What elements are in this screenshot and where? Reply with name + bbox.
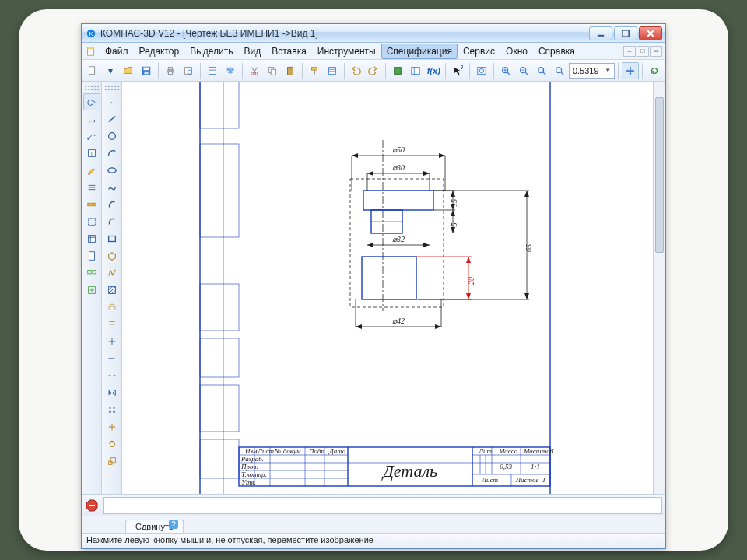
polygon-tool[interactable]: [103, 247, 121, 264]
maximize-button[interactable]: [614, 26, 637, 40]
toolbox-grip[interactable]: [85, 86, 99, 90]
svg-rect-104: [200, 439, 239, 478]
command-input[interactable]: [103, 497, 662, 514]
menu-editor[interactable]: Редактор: [134, 44, 185, 59]
fx-button[interactable]: f(x): [425, 62, 442, 79]
circle-tool[interactable]: [103, 128, 121, 145]
report-tool[interactable]: [83, 247, 100, 264]
spline-tool[interactable]: [103, 179, 121, 196]
library-button[interactable]: [389, 62, 406, 79]
paste-button[interactable]: [282, 62, 299, 79]
redo-button[interactable]: [365, 62, 382, 79]
open-button[interactable]: [120, 62, 137, 79]
new-dropdown[interactable]: ▾: [102, 62, 119, 79]
titlebar[interactable]: K КОМПАС-3D V12 - [Чертеж БЕЗ ИМЕНИ1 ->В…: [82, 24, 665, 43]
save-button[interactable]: [138, 62, 155, 79]
help-cursor-button[interactable]: ?: [449, 62, 466, 79]
parameters-tool[interactable]: [83, 179, 100, 196]
print-preview-button[interactable]: [180, 62, 197, 79]
zoom-out-button[interactable]: [515, 62, 532, 79]
menu-window[interactable]: Окно: [500, 44, 533, 59]
move-tool[interactable]: [103, 418, 121, 436]
array-tool[interactable]: [103, 401, 121, 418]
svg-marker-136: [451, 191, 455, 197]
select-tool[interactable]: [83, 213, 100, 230]
equidistant-tool[interactable]: [103, 316, 121, 333]
attributes-button[interactable]: [324, 62, 341, 79]
edit-tool[interactable]: [83, 162, 100, 179]
print-button[interactable]: [162, 62, 179, 79]
mdi-restore-button[interactable]: □: [637, 46, 649, 57]
mdi-close-button[interactable]: ×: [650, 46, 662, 57]
menu-specification[interactable]: Спецификация: [381, 44, 458, 59]
spec-tool[interactable]: [83, 230, 100, 247]
hatch-tool[interactable]: [103, 282, 121, 299]
svg-rect-26: [289, 66, 292, 68]
annotation-tool[interactable]: [83, 128, 100, 145]
variables-button[interactable]: [407, 62, 424, 79]
rectangle-tool[interactable]: [103, 230, 121, 247]
menu-tools[interactable]: Инструменты: [312, 44, 381, 59]
zoom-fit-button[interactable]: [473, 62, 490, 79]
close-button[interactable]: [639, 26, 662, 40]
properties-button[interactable]: [204, 62, 221, 79]
menu-select[interactable]: Выделить: [184, 44, 238, 59]
menu-help[interactable]: Справка: [533, 44, 580, 59]
autoline-tool[interactable]: [103, 264, 121, 282]
format-painter-button[interactable]: [306, 62, 323, 79]
fillet-tool[interactable]: [103, 213, 121, 230]
zoom-dynamic-button[interactable]: [551, 62, 568, 79]
scale-tool[interactable]: [103, 453, 121, 470]
hint-icon[interactable]: ?: [167, 518, 180, 533]
svg-text:Разраб.: Разраб.: [240, 455, 264, 463]
copy-button[interactable]: [264, 62, 281, 79]
layers-button[interactable]: [222, 62, 239, 79]
pan-button[interactable]: [622, 62, 639, 79]
text-tool[interactable]: T: [83, 145, 100, 162]
svg-rect-76: [108, 236, 115, 242]
svg-rect-99: [200, 82, 239, 128]
svg-marker-121: [423, 171, 430, 176]
zoom-in-button[interactable]: [497, 62, 514, 79]
toolbox-grip[interactable]: [105, 86, 119, 90]
menu-file[interactable]: Файл: [100, 44, 134, 59]
scrollbar-thumb[interactable]: [655, 97, 664, 253]
geometry-tool[interactable]: [83, 93, 100, 110]
cut-button[interactable]: [246, 62, 263, 79]
line-tool[interactable]: [103, 110, 121, 128]
menu-service[interactable]: Сервис: [458, 44, 500, 59]
ellipse-tool[interactable]: [103, 162, 121, 179]
views-tool[interactable]: [83, 264, 100, 282]
arc-tool[interactable]: [103, 145, 121, 162]
vertical-scrollbar[interactable]: [653, 82, 665, 494]
dimension-tool[interactable]: [83, 110, 100, 128]
insert-view-tool[interactable]: [83, 282, 100, 299]
svg-line-43: [525, 72, 528, 75]
menu-insert[interactable]: Вставка: [266, 44, 312, 59]
zoom-dropdown-icon[interactable]: ▼: [605, 67, 611, 74]
svg-text:Масштаб: Масштаб: [523, 447, 554, 455]
trim-tool[interactable]: [103, 333, 121, 350]
drawing-canvas[interactable]: ⌀50 ⌀30: [122, 82, 653, 494]
extend-tool[interactable]: [103, 350, 121, 367]
chamfer-tool[interactable]: [103, 196, 121, 213]
zoom-window-button[interactable]: [533, 62, 550, 79]
svg-rect-103: [200, 385, 239, 432]
undo-button[interactable]: [347, 62, 364, 79]
offset-tool[interactable]: [103, 299, 121, 316]
mdi-minimize-button[interactable]: –: [623, 46, 636, 57]
svg-line-73: [108, 117, 115, 122]
measure-tool[interactable]: [83, 196, 100, 213]
break-tool[interactable]: [103, 367, 121, 384]
mirror-tool[interactable]: [103, 384, 121, 401]
stop-icon[interactable]: [85, 499, 99, 513]
minimize-button[interactable]: [589, 26, 612, 40]
rotate-tool[interactable]: [103, 436, 121, 453]
new-button[interactable]: [84, 62, 101, 79]
point-tool[interactable]: ·: [103, 93, 121, 110]
zoom-input[interactable]: 0.5319 ▼: [569, 63, 615, 79]
menu-view[interactable]: Вид: [239, 44, 267, 59]
refresh-button[interactable]: [646, 62, 663, 79]
app-icon: K: [85, 27, 97, 40]
svg-rect-192: [89, 505, 95, 506]
